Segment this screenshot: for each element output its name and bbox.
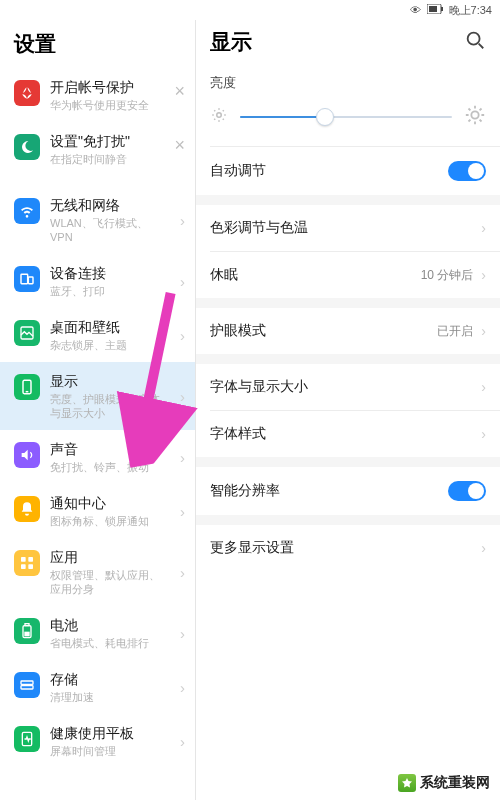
huawei-icon — [14, 80, 40, 106]
svg-rect-15 — [21, 681, 33, 684]
moon-dnd-icon — [14, 134, 40, 160]
row-font-style[interactable]: 字体样式 › — [196, 411, 500, 457]
watermark: 系统重装网 — [394, 772, 494, 794]
svg-rect-2 — [429, 6, 437, 12]
sidebar-item-device-connection[interactable]: 设备连接 蓝牙、打印 › — [0, 254, 195, 308]
chevron-right-icon: › — [481, 267, 486, 283]
battery-icon — [427, 4, 443, 16]
svg-line-19 — [479, 44, 484, 49]
chevron-right-icon: › — [180, 733, 185, 750]
sidebar-item-label: 显示 — [50, 372, 170, 390]
row-eye-comfort[interactable]: 护眼模式 已开启› — [196, 308, 500, 354]
sidebar-item-display[interactable]: 显示 亮度、护眼模式、字体与显示大小 › — [0, 362, 195, 430]
chevron-right-icon: › — [180, 503, 185, 520]
row-auto-brightness[interactable]: 自动调节 — [196, 147, 500, 195]
close-icon[interactable]: × — [174, 82, 185, 100]
promo-account-protection[interactable]: 开启帐号保护 华为帐号使用更安全 × — [0, 68, 195, 122]
svg-rect-4 — [28, 277, 33, 284]
sidebar-title: 设置 — [0, 20, 195, 68]
toggle-switch[interactable] — [448, 161, 486, 181]
status-bar: 👁 晚上7:34 — [0, 0, 500, 20]
chevron-right-icon: › — [481, 426, 486, 442]
promo-label: 开启帐号保护 — [50, 78, 185, 96]
row-color-temp[interactable]: 色彩调节与色温 › — [196, 205, 500, 251]
sidebar-item-sub: WLAN、飞行模式、VPN — [50, 216, 170, 244]
svg-rect-8 — [21, 557, 26, 562]
sound-icon — [14, 442, 40, 468]
toggle-switch[interactable] — [448, 481, 486, 501]
sidebar-item-label: 无线和网络 — [50, 196, 170, 214]
svg-point-21 — [471, 111, 478, 118]
sidebar-item-desktop-wallpaper[interactable]: 桌面和壁纸 杂志锁屏、主题 › — [0, 308, 195, 362]
chevron-right-icon: › — [180, 388, 185, 405]
chevron-right-icon: › — [481, 220, 486, 236]
search-icon[interactable] — [464, 29, 486, 55]
brightness-slider-row — [196, 98, 500, 146]
sidebar-item-label: 应用 — [50, 548, 170, 566]
sidebar-item-sub: 杂志锁屏、主题 — [50, 338, 170, 352]
storage-icon — [14, 672, 40, 698]
sidebar-item-label: 健康使用平板 — [50, 724, 170, 742]
eye-care-icon: 👁 — [410, 4, 421, 16]
promo-sub: 华为帐号使用更安全 — [50, 98, 185, 112]
apps-icon — [14, 550, 40, 576]
sidebar-item-notification[interactable]: 通知中心 图标角标、锁屏通知 › — [0, 484, 195, 538]
sidebar-item-apps[interactable]: 应用 权限管理、默认应用、应用分身 › — [0, 538, 195, 606]
chevron-right-icon: › — [180, 273, 185, 290]
watermark-logo-icon — [398, 774, 416, 792]
close-icon[interactable]: × — [174, 136, 185, 154]
clock-text: 晚上7:34 — [449, 3, 492, 18]
sidebar-item-sub: 蓝牙、打印 — [50, 284, 170, 298]
sidebar-item-label: 通知中心 — [50, 494, 170, 512]
svg-rect-14 — [25, 632, 29, 635]
svg-point-18 — [468, 33, 480, 45]
row-more-display-settings[interactable]: 更多显示设置 › — [196, 525, 500, 571]
battery-icon — [14, 618, 40, 644]
sidebar-item-sub: 亮度、护眼模式、字体与显示大小 — [50, 392, 170, 420]
chevron-right-icon: › — [481, 323, 486, 339]
svg-rect-3 — [21, 274, 28, 283]
chevron-right-icon: › — [180, 449, 185, 466]
sidebar-item-sub: 图标角标、锁屏通知 — [50, 514, 170, 528]
promo-dnd[interactable]: 设置"免打扰" 在指定时间静音 × — [0, 122, 195, 176]
svg-point-20 — [217, 113, 222, 118]
sidebar-item-sound[interactable]: 声音 免打扰、铃声、振动 › — [0, 430, 195, 484]
sidebar-item-label: 桌面和壁纸 — [50, 318, 170, 336]
wifi-icon — [14, 198, 40, 224]
sidebar-item-label: 电池 — [50, 616, 170, 634]
sidebar-item-label: 存储 — [50, 670, 170, 688]
sidebar-item-sub: 权限管理、默认应用、应用分身 — [50, 568, 170, 596]
brightness-label: 亮度 — [196, 62, 500, 98]
svg-rect-10 — [21, 564, 26, 569]
settings-sidebar: 设置 开启帐号保护 华为帐号使用更安全 × 设置"免打扰" 在指定时间静音 — [0, 20, 196, 800]
chevron-right-icon: › — [180, 212, 185, 229]
sidebar-item-battery[interactable]: 电池 省电模式、耗电排行 › — [0, 606, 195, 660]
tablet-health-icon — [14, 726, 40, 752]
promo-label: 设置"免打扰" — [50, 132, 185, 150]
brightness-slider[interactable] — [240, 108, 452, 126]
svg-rect-1 — [441, 7, 443, 11]
detail-panel: 显示 亮度 自动调节 — [196, 20, 500, 800]
sidebar-item-sub: 省电模式、耗电排行 — [50, 636, 170, 650]
row-sleep[interactable]: 休眠 10 分钟后› — [196, 252, 500, 298]
sidebar-item-sub: 免打扰、铃声、振动 — [50, 460, 170, 474]
svg-rect-11 — [28, 564, 33, 569]
chevron-right-icon: › — [180, 625, 185, 642]
page-title: 显示 — [210, 28, 252, 56]
sidebar-item-digital-balance[interactable]: 健康使用平板 屏幕时间管理 › — [0, 714, 195, 768]
device-connection-icon — [14, 266, 40, 292]
display-icon — [14, 374, 40, 400]
bell-icon — [14, 496, 40, 522]
sidebar-item-wireless[interactable]: 无线和网络 WLAN、飞行模式、VPN › — [0, 186, 195, 254]
chevron-right-icon: › — [180, 679, 185, 696]
row-font-size[interactable]: 字体与显示大小 › — [196, 364, 500, 410]
row-smart-resolution[interactable]: 智能分辨率 — [196, 467, 500, 515]
chevron-right-icon: › — [481, 540, 486, 556]
sidebar-item-storage[interactable]: 存储 清理加速 › — [0, 660, 195, 714]
promo-sub: 在指定时间静音 — [50, 152, 185, 166]
svg-rect-13 — [25, 624, 29, 626]
chevron-right-icon: › — [481, 379, 486, 395]
svg-rect-16 — [21, 686, 33, 689]
watermark-text: 系统重装网 — [420, 774, 490, 792]
chevron-right-icon: › — [180, 564, 185, 581]
